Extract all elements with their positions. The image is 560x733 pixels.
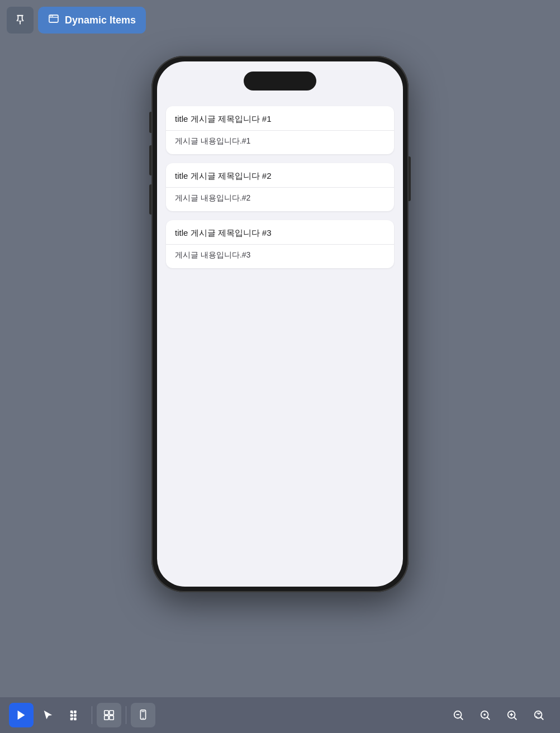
bottom-toolbar: ⠿ (0, 697, 560, 733)
svg-point-27 (483, 713, 486, 716)
post-title-3: title 게시글 제목입니다 #3 (166, 220, 394, 245)
grid-button[interactable]: ⠿ (63, 703, 87, 727)
zoom-reset-icon (479, 709, 491, 721)
device-button[interactable] (131, 703, 155, 727)
volume-down-button (149, 184, 151, 215)
device-icon (137, 709, 149, 721)
zoom-in-icon (506, 709, 518, 721)
post-card-3[interactable]: title 게시글 제목입니다 #3 게시글 내용입니다.#3 (166, 220, 394, 268)
svg-line-26 (487, 717, 490, 720)
cursor-button[interactable] (36, 703, 60, 727)
silent-switch (149, 112, 151, 133)
screen-content: title 게시글 제목입니다 #1 게시글 내용입니다.#1 title 게시… (157, 61, 403, 587)
zoom-fit-button[interactable] (526, 703, 551, 727)
svg-line-31 (514, 717, 517, 720)
pin-icon (14, 14, 26, 26)
cursor-icon (42, 709, 54, 721)
svg-line-33 (541, 717, 544, 720)
dynamic-island (244, 72, 316, 91)
post-body-2: 게시글 내용입니다.#2 (166, 188, 394, 211)
post-body-1: 게시글 내용입니다.#1 (166, 131, 394, 154)
phone-container: title 게시글 제목입니다 #1 게시글 내용입니다.#1 title 게시… (151, 56, 409, 592)
phone-screen: title 게시글 제목입니다 #1 게시글 내용입니다.#1 title 게시… (157, 61, 403, 587)
svg-rect-16 (110, 711, 113, 715)
svg-line-24 (461, 717, 463, 720)
play-button[interactable] (9, 703, 34, 727)
power-button (409, 156, 411, 201)
svg-rect-15 (105, 711, 108, 715)
pin-button[interactable] (7, 7, 34, 34)
window-icon (48, 13, 59, 27)
zoom-in-button[interactable] (500, 703, 524, 727)
play-icon (15, 709, 27, 721)
zoom-out-icon (452, 709, 464, 721)
top-toolbar: Dynamic Items (0, 0, 560, 40)
bottom-right-tools (446, 703, 551, 727)
svg-marker-4 (18, 711, 25, 720)
volume-up-button (149, 145, 151, 175)
svg-rect-18 (110, 716, 113, 720)
zoom-reset-button[interactable] (473, 703, 497, 727)
post-body-3: 게시글 내용입니다.#3 (166, 245, 394, 268)
grid-icon: ⠿ (69, 709, 81, 721)
phone-frame: title 게시글 제목입니다 #1 게시글 내용입니다.#1 title 게시… (151, 56, 409, 592)
widget-button[interactable] (97, 703, 121, 727)
svg-point-3 (52, 16, 53, 17)
post-card-1[interactable]: title 게시글 제목입니다 #1 게시글 내용입니다.#1 (166, 106, 394, 154)
svg-rect-17 (105, 716, 108, 720)
toolbar-separator-1 (92, 706, 92, 724)
svg-point-2 (50, 16, 51, 17)
dynamic-items-label: Dynamic Items (65, 15, 136, 26)
post-title-1: title 게시글 제목입니다 #1 (166, 106, 394, 131)
svg-text:⠿: ⠿ (70, 711, 77, 721)
widget-icon (103, 709, 115, 721)
toolbar-separator-2 (126, 706, 126, 724)
dynamic-items-button[interactable]: Dynamic Items (38, 7, 146, 34)
post-card-2[interactable]: title 게시글 제목입니다 #2 게시글 내용입니다.#2 (166, 163, 394, 211)
post-title-2: title 게시글 제목입니다 #2 (166, 163, 394, 188)
zoom-fit-icon (533, 709, 545, 721)
svg-point-20 (143, 718, 144, 719)
bottom-left-tools: ⠿ (9, 703, 155, 727)
zoom-out-button[interactable] (446, 703, 471, 727)
